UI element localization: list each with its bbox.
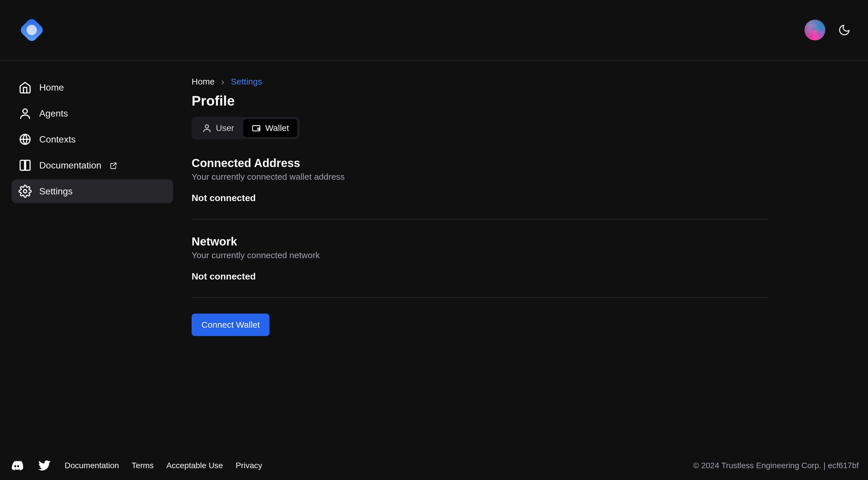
twitter-icon[interactable] <box>37 458 52 473</box>
user-icon <box>202 123 212 133</box>
sidebar-item-agents[interactable]: Agents <box>11 101 173 125</box>
header-right <box>805 20 851 40</box>
globe-icon <box>19 133 32 146</box>
section-title: Network <box>192 235 769 248</box>
address-value: Not connected <box>192 193 769 203</box>
home-icon <box>19 81 32 94</box>
network-value: Not connected <box>192 271 769 282</box>
footer-link-acceptable-use[interactable]: Acceptable Use <box>166 461 223 470</box>
sidebar-item-label: Agents <box>39 108 68 119</box>
tab-group: User Wallet <box>192 117 300 139</box>
theme-toggle[interactable] <box>838 24 851 36</box>
svg-point-1 <box>27 25 37 35</box>
sidebar-item-documentation[interactable]: Documentation <box>11 154 173 177</box>
main: Home Settings Profile User Wallet Co <box>185 61 868 451</box>
discord-icon[interactable] <box>9 458 24 473</box>
section-connect: Connect Wallet <box>192 314 769 336</box>
svg-point-5 <box>205 125 208 128</box>
footer-link-privacy[interactable]: Privacy <box>236 461 262 470</box>
breadcrumb-home[interactable]: Home <box>192 77 215 87</box>
sidebar-item-label: Home <box>39 82 64 93</box>
chevron-right-icon <box>219 78 226 85</box>
connect-wallet-button[interactable]: Connect Wallet <box>192 314 270 336</box>
wallet-icon <box>251 123 261 133</box>
section-description: Your currently connected network <box>192 250 769 260</box>
sidebar-item-label: Documentation <box>39 160 101 171</box>
sidebar-item-contexts[interactable]: Contexts <box>11 128 173 151</box>
sidebar-item-label: Settings <box>39 186 73 197</box>
footer: Documentation Terms Acceptable Use Priva… <box>0 451 868 480</box>
breadcrumb-current: Settings <box>231 77 262 87</box>
user-icon <box>19 107 32 120</box>
book-icon <box>19 159 32 172</box>
section-connected-address: Connected Address Your currently connect… <box>192 157 769 220</box>
sidebar-item-label: Contexts <box>39 134 75 145</box>
breadcrumb: Home Settings <box>192 77 847 87</box>
app-logo[interactable] <box>17 15 46 44</box>
footer-copyright: © 2024 Trustless Engineering Corp. | ecf… <box>693 461 859 470</box>
section-description: Your currently connected wallet address <box>192 172 769 182</box>
header <box>0 0 868 61</box>
footer-link-documentation[interactable]: Documentation <box>65 461 119 470</box>
tab-user[interactable]: User <box>194 119 242 137</box>
external-link-icon <box>110 161 118 169</box>
avatar[interactable] <box>805 20 825 40</box>
sidebar-item-home[interactable]: Home <box>11 75 173 99</box>
svg-point-4 <box>23 190 27 193</box>
layout: Home Agents Contexts Documentation <box>0 61 868 451</box>
sidebar: Home Agents Contexts Documentation <box>0 61 185 451</box>
tab-label: Wallet <box>265 123 289 133</box>
sidebar-item-settings[interactable]: Settings <box>11 180 173 203</box>
section-title: Connected Address <box>192 157 769 170</box>
section-network: Network Your currently connected network… <box>192 235 769 298</box>
page-title: Profile <box>192 93 847 109</box>
tab-wallet[interactable]: Wallet <box>243 119 297 137</box>
gear-icon <box>19 185 32 198</box>
svg-point-2 <box>23 109 27 114</box>
footer-link-terms[interactable]: Terms <box>132 461 154 470</box>
footer-left: Documentation Terms Acceptable Use Priva… <box>9 458 262 473</box>
tab-label: User <box>216 123 234 133</box>
